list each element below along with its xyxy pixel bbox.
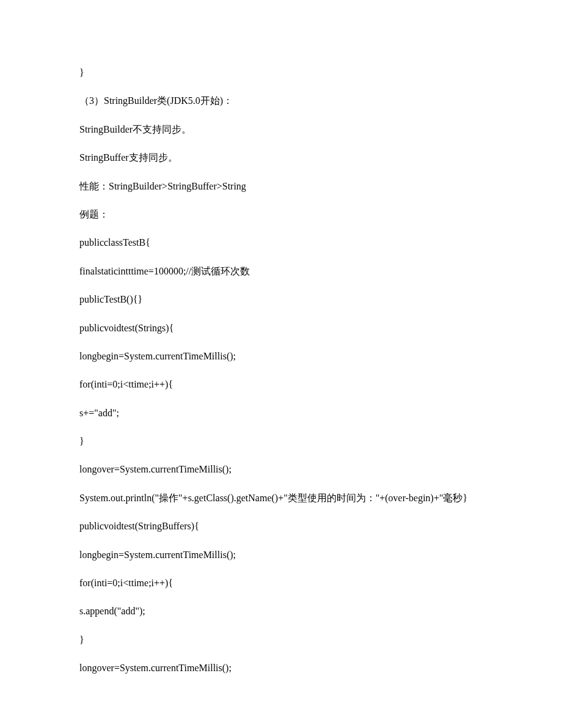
body-text: 性能：StringBuilder>StringBuffer>String (79, 180, 483, 193)
code-line: longbegin=System.currentTimeMillis(); (79, 548, 483, 562)
document-page: } （3）StringBuilder类(JDK5.0开始)： StringBui… (0, 0, 562, 727)
section-heading: （3）StringBuilder类(JDK5.0开始)： (79, 94, 483, 108)
code-line: longover=System.currentTimeMillis(); (79, 463, 483, 476)
code-line: finalstaticintttime=100000;//测试循环次数 (79, 265, 483, 278)
body-text: 例题： (79, 208, 483, 221)
code-line: s.append("add"); (79, 605, 483, 618)
code-line: publicvoidtest(StringBuffers){ (79, 520, 483, 533)
code-line: for(inti=0;i<ttime;i++){ (79, 378, 483, 391)
code-line: longover=System.currentTimeMillis(); (79, 661, 483, 675)
code-line: s+="add"; (79, 406, 483, 420)
code-line: } (79, 66, 483, 79)
code-line: publicvoidtest(Strings){ (79, 322, 483, 335)
code-line: for(inti=0;i<ttime;i++){ (79, 576, 483, 590)
code-line: } (79, 435, 483, 448)
code-line: } (79, 633, 483, 647)
code-line: publicTestB(){} (79, 293, 483, 306)
code-line: longbegin=System.currentTimeMillis(); (79, 350, 483, 363)
code-line: System.out.println("操作"+s.getClass().get… (79, 491, 483, 505)
body-text: StringBuilder不支持同步。 (79, 123, 483, 136)
body-text: StringBuffer支持同步。 (79, 151, 483, 164)
code-line: publicclassTestB{ (79, 236, 483, 249)
